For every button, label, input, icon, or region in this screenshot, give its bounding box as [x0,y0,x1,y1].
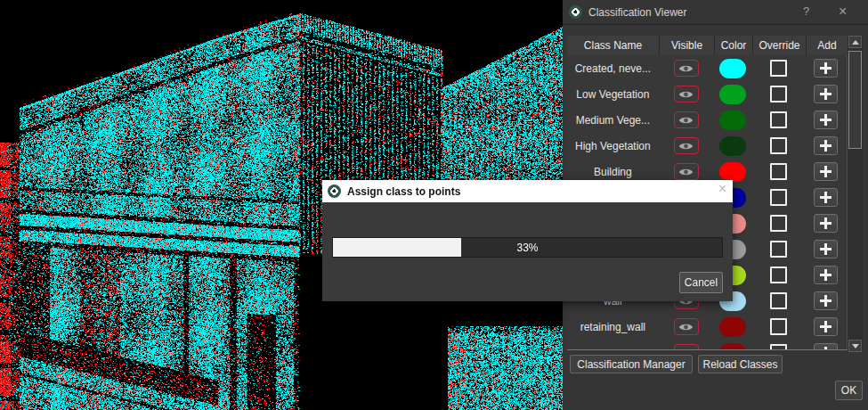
override-checkbox[interactable] [770,241,787,258]
app-logo-icon [569,5,582,19]
plus-icon [820,192,831,203]
table-row: High Vegetation [567,133,847,159]
eye-icon [678,323,694,332]
override-checkbox[interactable] [770,86,787,102]
add-class-button[interactable] [814,240,838,258]
table-header: Class Name Visible Color Override Add [567,36,848,55]
color-swatch[interactable] [719,162,746,182]
override-checkbox[interactable] [770,163,787,180]
class-name-label: High Vegetation [567,133,659,159]
add-class-button[interactable] [814,291,838,310]
class-name-label: Medium Vege... [567,107,659,133]
progress-percent-label: 33% [333,238,722,257]
table-row [567,340,847,350]
color-swatch[interactable] [719,136,746,156]
plus-icon [820,62,831,74]
plus-icon [820,88,831,100]
add-class-button[interactable] [814,85,838,103]
override-checkbox[interactable] [770,60,787,77]
add-class-button[interactable] [814,317,838,336]
override-checkbox[interactable] [770,344,787,350]
class-name-label: retaining_wall [567,314,659,340]
table-scrollbar[interactable] [848,36,863,352]
add-class-button[interactable] [814,59,838,78]
add-class-button[interactable] [814,266,838,284]
ok-button[interactable]: OK [835,381,863,400]
color-swatch[interactable] [719,317,746,337]
reload-classes-button[interactable]: Reload Classes [698,355,783,373]
visibility-toggle-button[interactable] [674,137,699,154]
add-class-button[interactable] [814,343,838,350]
color-swatch[interactable] [719,343,746,351]
class-name-label: Created, neve... [567,55,659,81]
override-checkbox[interactable] [770,189,787,206]
eye-icon [678,90,694,99]
column-header-override[interactable]: Override [752,36,806,55]
help-button[interactable]: ? [803,4,809,20]
plus-icon [820,347,831,350]
visibility-toggle-button[interactable] [674,86,699,102]
plus-icon [820,114,831,126]
visibility-toggle-button[interactable] [674,344,699,350]
column-header-add[interactable]: Add [806,36,848,55]
plus-icon [820,269,831,281]
assign-class-dialog: Assign class to points × 33% Cancel [322,180,733,301]
plus-icon [820,217,831,229]
add-class-button[interactable] [814,136,838,155]
column-header-class-name[interactable]: Class Name [567,36,659,55]
plus-icon [820,243,831,255]
plus-icon [820,295,831,307]
column-header-color[interactable]: Color [714,36,752,55]
eye-icon [678,142,694,151]
panel-titlebar: Classification Viewer ? × [563,0,868,25]
cancel-button[interactable]: Cancel [679,272,723,293]
scroll-down-button[interactable] [848,340,862,352]
override-checkbox[interactable] [770,215,787,232]
override-checkbox[interactable] [770,111,787,128]
classification-manager-button[interactable]: Classification Manager [570,355,693,373]
scrollbar-thumb[interactable] [848,51,862,149]
color-swatch[interactable] [719,59,746,78]
dialog-titlebar: Assign class to points × [322,180,733,202]
eye-icon [678,168,694,176]
progress-bar: 33% [332,237,723,258]
color-swatch[interactable] [719,111,746,130]
eye-icon [678,116,694,125]
visibility-toggle-button[interactable] [674,163,699,180]
override-checkbox[interactable] [770,318,787,335]
override-checkbox[interactable] [770,137,787,154]
plus-icon [820,140,831,152]
scroll-up-button[interactable] [848,36,862,48]
table-row: Medium Vege... [567,107,847,133]
color-swatch[interactable] [719,85,746,104]
table-row: retaining_wall [567,314,847,340]
override-checkbox[interactable] [770,292,787,309]
plus-icon [820,166,831,177]
panel-close-button[interactable]: × [839,4,847,20]
arrow-up-icon [852,40,859,45]
visibility-toggle-button[interactable] [674,318,699,335]
visibility-toggle-button[interactable] [674,111,699,128]
column-header-visible[interactable]: Visible [659,36,714,55]
eye-icon [678,64,694,73]
dialog-close-button[interactable]: × [718,181,726,197]
app-logo-icon [328,184,341,198]
panel-title: Classification Viewer [588,6,687,19]
add-class-button[interactable] [814,214,838,233]
add-class-button[interactable] [814,162,838,181]
table-row: Low Vegetation [567,81,847,107]
add-class-button[interactable] [814,188,838,207]
add-class-button[interactable] [814,111,838,129]
table-row: Created, neve... [567,55,847,81]
plus-icon [820,321,831,332]
eye-icon [678,348,694,351]
arrow-down-icon [852,344,859,348]
override-checkbox[interactable] [770,266,787,283]
dialog-title: Assign class to points [347,185,460,198]
visibility-toggle-button[interactable] [674,60,699,77]
class-name-label: Low Vegetation [567,81,659,107]
class-name-label [567,340,659,350]
